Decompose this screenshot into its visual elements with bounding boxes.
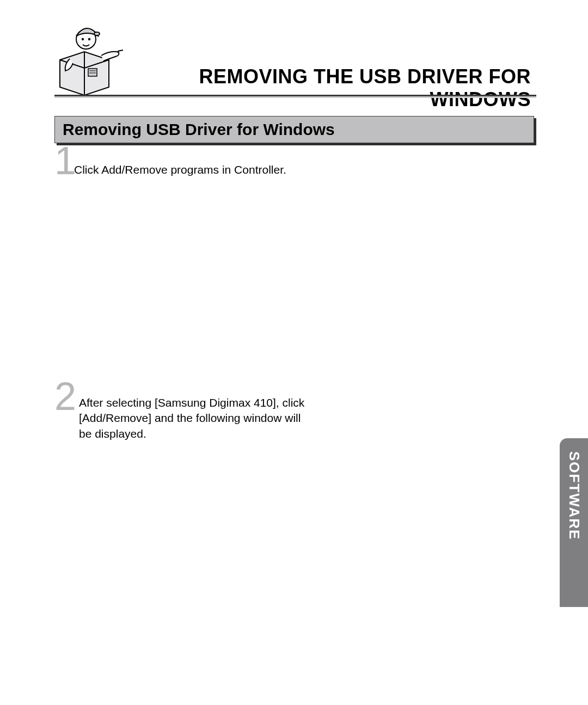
side-tab: SOFTWARE <box>560 438 588 607</box>
svg-point-6 <box>88 38 90 40</box>
title-rule-accent <box>54 95 536 96</box>
side-tab-label: SOFTWARE <box>566 451 583 540</box>
section-heading-text: Removing USB Driver for Windows <box>63 120 335 139</box>
svg-point-4 <box>94 32 100 35</box>
section-heading: Removing USB Driver for Windows <box>54 116 534 143</box>
step-number: 2 <box>54 377 75 416</box>
svg-rect-0 <box>88 69 97 76</box>
step-text: After selecting [Samsung Digimax 410], c… <box>79 395 313 442</box>
manual-page: REMOVING THE USB DRIVER FOR WINDOWS Remo… <box>0 0 588 705</box>
step-number: 1 <box>54 141 75 180</box>
step-text: Click Add/Remove programs in Controller. <box>74 162 308 177</box>
page-title: REMOVING THE USB DRIVER FOR WINDOWS <box>133 65 536 111</box>
mascot-illustration <box>54 16 125 98</box>
svg-point-5 <box>82 38 84 40</box>
